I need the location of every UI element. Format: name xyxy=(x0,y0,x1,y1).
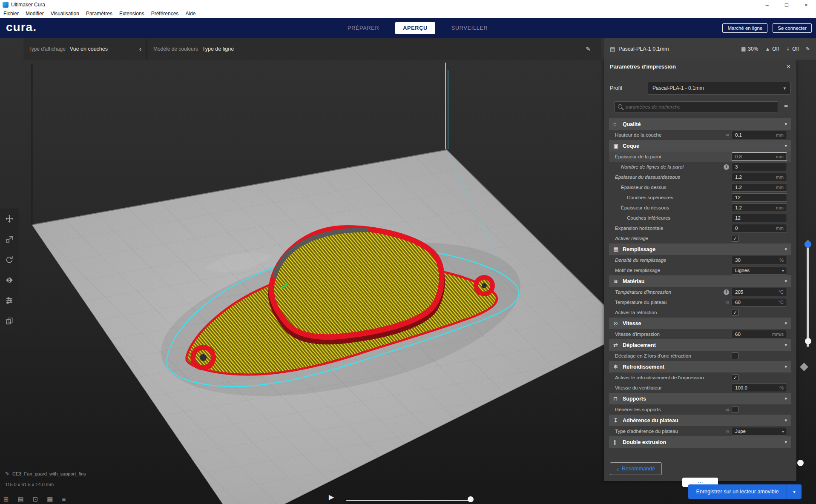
value-input[interactable]: 30% xyxy=(732,256,787,264)
layer-slider-bottom-handle[interactable] xyxy=(805,338,811,344)
section-support[interactable]: ⊓Supports▾ xyxy=(609,393,791,404)
rotate-tool-button[interactable] xyxy=(0,249,19,270)
color-scheme-selector[interactable]: Modèle de couleurs Type de ligne ✎ xyxy=(147,38,601,60)
menu-modifier[interactable]: Modifier xyxy=(22,11,47,17)
menu-visualisation[interactable]: Visualisation xyxy=(47,11,83,17)
checkbox[interactable]: ✓ xyxy=(732,309,738,316)
setting-row[interactable]: Densité du remplissage30% xyxy=(609,255,791,265)
move-tool-button[interactable] xyxy=(0,209,19,229)
menu-extensions[interactable]: Extensions xyxy=(116,11,148,17)
signin-button[interactable]: Se connecter xyxy=(773,23,812,33)
view-icon-5[interactable]: ≡ xyxy=(62,495,66,503)
setting-row[interactable]: Épaisseur de la paroi0.8mm xyxy=(609,152,791,162)
value-input[interactable]: 3 xyxy=(732,163,787,171)
support-blocker-button[interactable] xyxy=(0,311,19,331)
setting-row[interactable]: Couches inférieures12 xyxy=(609,213,791,223)
setting-row[interactable]: Expansion horizontale0mm xyxy=(609,223,791,233)
minimize-button[interactable]: – xyxy=(757,0,777,9)
checkbox[interactable]: ✓ xyxy=(732,235,738,242)
simulation-play-button[interactable]: ▶ xyxy=(329,493,334,501)
save-to-removable-button[interactable]: Enregistrer sur un lecteur amovible ▾ xyxy=(688,484,802,499)
section-material[interactable]: ≋Matériau▾ xyxy=(609,275,791,287)
value-input[interactable]: 1.2mm xyxy=(732,173,787,181)
menu-fichier[interactable]: Fichier xyxy=(0,11,22,17)
value-input[interactable]: 1.2mm xyxy=(732,183,787,192)
search-input[interactable] xyxy=(614,101,778,112)
checkbox[interactable] xyxy=(732,352,738,359)
value-input[interactable]: 60°C xyxy=(732,298,787,306)
value-input[interactable]: 100.0% xyxy=(732,384,787,392)
scrubber-handle[interactable] xyxy=(468,496,474,502)
section-adhesion[interactable]: ↧Adhérence du plateau▾ xyxy=(609,415,791,426)
settings-list: ≡Qualité▾Hauteur de la couche∞0.1mm▣Coqu… xyxy=(604,118,796,448)
section-dual[interactable]: ∥Double extrusion▾ xyxy=(609,436,791,448)
scale-tool-button[interactable] xyxy=(0,229,19,249)
dropdown[interactable]: Lignes▾ xyxy=(732,266,787,275)
rename-pencil-icon[interactable]: ✎ xyxy=(5,471,9,477)
menu-paramètres[interactable]: Paramètres xyxy=(83,11,116,17)
close-icon[interactable]: × xyxy=(787,63,790,71)
print-setup-bar[interactable]: ▤ Pascal-PLA-1 0.1mm ▦ 30% ▲ Off ↧ Off ✎ xyxy=(604,38,816,60)
checkbox[interactable] xyxy=(732,406,738,413)
value-input[interactable]: 12 xyxy=(732,214,787,222)
section-shell[interactable]: ▣Coque▾ xyxy=(609,140,791,152)
value-input[interactable]: 0mm xyxy=(732,224,787,232)
settings-menu-icon[interactable]: ≡ xyxy=(784,103,788,111)
setting-row[interactable]: Nombre de lignes de la paroii3 xyxy=(609,162,791,172)
close-button[interactable]: × xyxy=(796,0,816,9)
marketplace-button[interactable]: Marché en ligne xyxy=(722,23,767,33)
setting-row[interactable]: Motif de remplissageLignes▾ xyxy=(609,265,791,275)
dropdown[interactable]: Jupe▾ xyxy=(732,427,787,435)
mirror-tool-button[interactable] xyxy=(0,270,19,290)
view-icon-4[interactable]: ▦ xyxy=(47,495,53,503)
chevron-down-icon[interactable]: ▾ xyxy=(787,484,802,499)
edit-pencil-icon[interactable]: ✎ xyxy=(806,46,810,52)
menu-préférences[interactable]: Préférences xyxy=(148,11,182,17)
view-icon-3[interactable]: ⊡ xyxy=(33,495,38,503)
value-input[interactable]: 0.1mm xyxy=(732,131,787,139)
layer-slider-top-handle[interactable] xyxy=(805,241,811,248)
setting-row[interactable]: Épaisseur du dessous1.2mm xyxy=(609,203,791,213)
value-input[interactable]: 1.2mm xyxy=(732,203,787,212)
setting-row[interactable]: Température du plateau∞60°C xyxy=(609,297,791,307)
profile-dropdown[interactable]: Pascal-PLA-1 - 0.1mm ▾ xyxy=(648,82,790,94)
value-input[interactable]: 205°C xyxy=(732,288,787,296)
section-travel[interactable]: ⇄Déplacement▾ xyxy=(609,339,791,351)
chevron-left-icon[interactable]: ‹ xyxy=(139,45,141,53)
setting-row[interactable]: Épaisseur du dessus1.2mm xyxy=(609,182,791,192)
value-input[interactable]: 0.8mm xyxy=(732,152,787,161)
simulation-scrubber[interactable] xyxy=(346,500,472,501)
setting-row[interactable]: Hauteur de la couche∞0.1mm xyxy=(609,130,791,140)
checkbox[interactable]: ✓ xyxy=(732,374,738,381)
section-speed[interactable]: ⊙Vitesse▾ xyxy=(609,318,791,329)
view-icon-1[interactable]: ⊞ xyxy=(3,495,9,503)
tab-préparer[interactable]: PRÉPARER xyxy=(346,22,381,34)
layer-slider[interactable] xyxy=(807,241,809,347)
setting-row[interactable]: Couches supérieures12 xyxy=(609,192,791,203)
setting-row[interactable]: Température d'impressioni205°C xyxy=(609,287,791,297)
view-icon-2[interactable]: ▤ xyxy=(18,495,24,503)
section-infill[interactable]: ▦Remplissage▾ xyxy=(609,243,791,255)
tab-aperçu[interactable]: APERÇU xyxy=(395,22,435,34)
setting-row[interactable]: Type d'adhérence du plateau∞Jupe▾ xyxy=(609,426,791,436)
section-quality[interactable]: ≡Qualité▾ xyxy=(609,118,791,130)
speed-icon: ⊙ xyxy=(613,320,623,326)
setting-row[interactable]: Décalage en Z lors d'une rétraction xyxy=(609,351,791,361)
setting-row[interactable]: Activer la rétraction✓ xyxy=(609,307,791,318)
per-model-settings-button[interactable] xyxy=(0,290,19,311)
edit-pencil-icon[interactable]: ✎ xyxy=(586,46,591,52)
section-cooling[interactable]: ❄Refroidissement▾ xyxy=(609,361,791,372)
setting-row[interactable]: Activer le refroidissement de l'impressi… xyxy=(609,372,791,383)
setting-row[interactable]: Activer l'étirage✓ xyxy=(609,233,791,243)
setting-row[interactable]: Épaisseur du dessus/dessous1.2mm xyxy=(609,172,791,182)
recommended-mode-button[interactable]: ‹ Recommandé xyxy=(610,462,662,475)
setting-row[interactable]: Vitesse d'impression60mm/s xyxy=(609,329,791,339)
display-type-selector[interactable]: Type d'affichage Vue en couches ‹ xyxy=(23,38,147,60)
setting-row[interactable]: Vitesse du ventilateur100.0% xyxy=(609,383,791,393)
value-input[interactable]: 12 xyxy=(732,193,787,202)
value-input[interactable]: 60mm/s xyxy=(732,330,787,338)
menu-aide[interactable]: Aide xyxy=(182,11,199,17)
tab-surveiller[interactable]: SURVEILLER xyxy=(450,22,490,34)
setting-row[interactable]: Générer les supports∞ xyxy=(609,404,791,415)
maximize-button[interactable]: □ xyxy=(777,0,796,9)
